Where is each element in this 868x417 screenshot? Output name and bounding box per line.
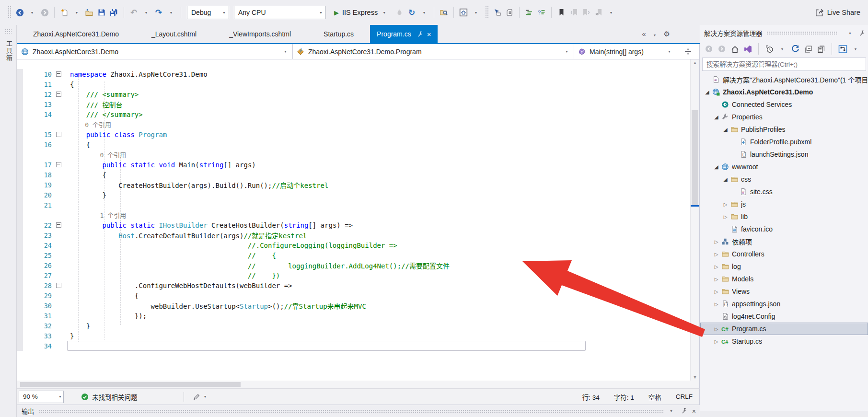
code-line-27[interactable]: 27 // }) xyxy=(17,270,691,280)
chevron-down-icon[interactable]: ▼ xyxy=(850,43,861,55)
expander-open-icon[interactable]: ◢ xyxy=(712,114,720,120)
tab-startup-cs[interactable]: Startup.cs xyxy=(307,25,370,43)
pointer-button[interactable] xyxy=(491,6,503,19)
se-collapse-all-button[interactable] xyxy=(803,43,813,55)
tree-item-wwwroot[interactable]: ◢wwwroot xyxy=(700,161,868,173)
tab-zhaoxi-aspnetcore31-demo[interactable]: Zhaoxi.AspNetCore31.Demo xyxy=(17,25,135,43)
back-button[interactable] xyxy=(14,6,25,19)
code-line-15[interactable]: 15 public class Program xyxy=(17,129,691,139)
tree-item-views[interactable]: ▷Views xyxy=(700,285,868,298)
scrollbar-thumb[interactable] xyxy=(20,382,241,387)
code-line-29[interactable]: 29 { xyxy=(17,290,691,301)
se-copy-button[interactable] xyxy=(816,43,826,55)
refresh-button[interactable]: ↻ xyxy=(406,6,417,19)
code-editor[interactable]: 10namespace Zhaoxi.AspNetCore31.Demo11{1… xyxy=(17,59,700,381)
expander-closed-icon[interactable]: ▷ xyxy=(712,326,720,332)
code-line-23[interactable]: 23 Host.CreateDefaultBuilder(args)//就是指定… xyxy=(17,230,691,240)
cursor-char-indicator[interactable]: 字符: 1 xyxy=(614,392,634,402)
code-line-16[interactable]: 16 { xyxy=(17,139,691,150)
se-refresh-button[interactable] xyxy=(790,43,800,55)
chevron-down-icon[interactable]: ▼ xyxy=(470,6,482,19)
member-dropdown[interactable]: Main(string[] args) ▼ xyxy=(574,44,676,59)
code-line-34[interactable]: 34 xyxy=(17,341,691,351)
se-clock-button[interactable] xyxy=(764,43,775,55)
forward-button[interactable] xyxy=(39,6,50,19)
tab--layout-cshtml[interactable]: _Layout.cshtml xyxy=(135,25,213,43)
tree-item-[interactable]: ▷依赖项 xyxy=(700,235,868,248)
save-all-button[interactable] xyxy=(108,6,120,19)
open-folder-button[interactable] xyxy=(83,6,95,19)
project-dropdown[interactable]: Zhaoxi.AspNetCore31.Demo ▼ xyxy=(17,44,293,59)
tree-item-log[interactable]: ▷log xyxy=(700,260,868,273)
expander-closed-icon[interactable]: ▷ xyxy=(721,214,729,220)
tree-item-zhaoxi-aspnetcore31-demo-1[interactable]: ∞解决方案"Zhaoxi.AspNetCore31.Demo"(1 个项目) xyxy=(700,73,868,86)
chevron-down-icon[interactable]: ▼ xyxy=(165,6,177,19)
tree-item-program-cs[interactable]: ▷C#Program.cs xyxy=(700,323,868,335)
redo-button[interactable]: ↷ xyxy=(153,6,164,19)
code-cleanup-button[interactable]: ▼ xyxy=(193,393,208,401)
solution-explorer-titlebar[interactable]: 解决方案资源管理器 ▼ xyxy=(700,25,868,41)
chevron-down-icon[interactable]: ▼ xyxy=(71,6,82,19)
code-line-24[interactable]: 24 //.ConfigureLogging(loggingBuilder => xyxy=(17,240,691,250)
chevron-down-icon[interactable]: ▼ xyxy=(418,6,430,19)
code-line-22[interactable]: 22 public static IHostBuilder CreateHost… xyxy=(17,220,691,230)
start-debugging-button[interactable]: ▶IIS Express▼ xyxy=(331,6,390,19)
code-line-30[interactable]: 30 webBuilder.UseStartup<Startup>();//靠S… xyxy=(17,301,691,311)
dropdown-icon[interactable]: ▼ xyxy=(652,30,658,38)
tree-item-connected-services[interactable]: Connected Services xyxy=(700,98,868,111)
bookmark-button[interactable] xyxy=(556,6,567,19)
pin-icon[interactable] xyxy=(416,31,422,37)
expander-closed-icon[interactable]: ▷ xyxy=(712,264,720,269)
code-health-indicator[interactable]: 未找到相关问题 xyxy=(81,392,138,402)
expander-closed-icon[interactable]: ▷ xyxy=(712,301,720,307)
code-line-25[interactable]: 25 // { xyxy=(17,250,691,260)
flame-button[interactable] xyxy=(393,6,405,19)
any-cpu-combobox[interactable]: Any CPU▼ xyxy=(234,6,326,19)
expander-closed-icon[interactable]: ▷ xyxy=(712,277,720,282)
fold-collapse-box[interactable] xyxy=(56,71,61,77)
code-line-11[interactable]: 11{ xyxy=(17,79,691,89)
pin-icon[interactable] xyxy=(680,408,686,414)
panel-horizontal-scrollbar[interactable] xyxy=(700,411,868,417)
settings-icon[interactable]: ⚙ xyxy=(664,30,670,38)
bm-prev-button[interactable] xyxy=(568,6,579,19)
fold-column[interactable] xyxy=(54,132,63,137)
codelens-row[interactable]: 1 个引用 xyxy=(17,210,691,220)
tree-item-publishprofiles[interactable]: ◢PublishProfiles xyxy=(700,123,868,136)
code-line-26[interactable]: 26 // loggingBuilder.AddLog4Net();//需要配置… xyxy=(17,260,691,270)
chevron-down-icon[interactable]: ▼ xyxy=(847,32,853,35)
collapse-icon[interactable]: « xyxy=(642,30,646,38)
split-editor-button[interactable] xyxy=(676,44,699,59)
fold-column[interactable] xyxy=(54,162,63,167)
chevron-down-icon[interactable]: ▼ xyxy=(777,43,787,55)
find-files-button[interactable] xyxy=(438,6,450,19)
expander-closed-icon[interactable]: ▷ xyxy=(712,339,720,344)
output-panel-titlebar[interactable]: 输出 ▼ × xyxy=(17,405,700,417)
tree-item-folderprofile-pubxml[interactable]: FolderProfile.pubxml xyxy=(700,136,868,148)
tree-item-appsettings-json[interactable]: ▷{}appsettings.json xyxy=(700,298,868,310)
fold-collapse-box[interactable] xyxy=(56,92,61,97)
fmt-indent-button[interactable] xyxy=(523,6,535,19)
code-line-13[interactable]: 13 /// 控制台 xyxy=(17,99,691,109)
scroll-up-icon[interactable]: ▲ xyxy=(691,60,699,65)
editor-vertical-scrollbar[interactable]: ▲ ▼ xyxy=(690,59,699,381)
codelens-row[interactable]: 0 个引用 xyxy=(17,150,691,160)
editor-horizontal-scrollbar[interactable] xyxy=(17,381,700,388)
undo-button[interactable]: ↶ xyxy=(128,6,139,19)
code-line-12[interactable]: 12 /// <summary> xyxy=(17,89,691,99)
bm-clear-button[interactable] xyxy=(593,6,604,19)
tree-item-log4net-config[interactable]: log4net.Config xyxy=(700,310,868,323)
code-line-32[interactable]: 32 } xyxy=(17,321,691,331)
code-line-21[interactable]: 21 xyxy=(17,200,691,210)
code-line-18[interactable]: 18 { xyxy=(17,170,691,180)
pin-icon[interactable] xyxy=(858,30,864,36)
close-icon[interactable]: × xyxy=(427,30,431,38)
fold-collapse-box[interactable] xyxy=(56,162,61,167)
tree-item-lib[interactable]: ▷lib xyxy=(700,210,868,223)
zoom-level-dropdown[interactable]: 90 % ▼ xyxy=(19,391,64,403)
expander-closed-icon[interactable]: ▷ xyxy=(712,289,720,294)
expander-open-icon[interactable]: ◢ xyxy=(703,89,711,95)
fold-collapse-box[interactable] xyxy=(56,283,61,288)
solution-search-input[interactable] xyxy=(703,61,866,68)
toolbar-grip[interactable] xyxy=(485,6,488,19)
